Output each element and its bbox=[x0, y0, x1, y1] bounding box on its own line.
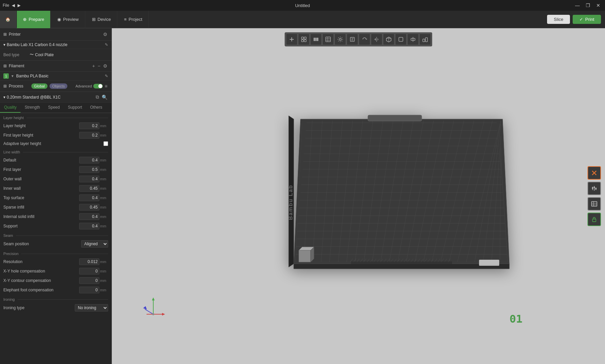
vp-adjust-button[interactable] bbox=[587, 182, 601, 195]
sparse-infill-input[interactable] bbox=[79, 204, 99, 211]
vp-lock-button[interactable] bbox=[587, 213, 601, 226]
elephant-input[interactable] bbox=[79, 287, 99, 293]
first-layer-height-row: First layer height mm bbox=[0, 131, 112, 140]
qtab-speed[interactable]: Speed bbox=[44, 103, 64, 113]
maximize-button[interactable]: ❐ bbox=[584, 2, 592, 9]
svg-rect-125 bbox=[592, 202, 597, 206]
tab-objects[interactable]: Objects bbox=[50, 83, 67, 89]
svg-rect-22 bbox=[423, 39, 425, 42]
3d-viewport: Bambu Lab bbox=[112, 28, 605, 364]
tab-prepare[interactable]: ⊕ Prepare bbox=[17, 11, 51, 28]
vp-arrange-button[interactable] bbox=[419, 34, 431, 45]
xy-contour-input[interactable] bbox=[79, 277, 99, 284]
resolution-row: Resolution mm bbox=[0, 257, 112, 266]
printer-edit-icon[interactable]: ✎ bbox=[105, 42, 108, 47]
outer-wall-unit: mm bbox=[100, 177, 108, 181]
vp-clear-button[interactable] bbox=[587, 166, 601, 180]
tab-project[interactable]: ≡ Project bbox=[118, 11, 149, 28]
vp-settings-button[interactable] bbox=[335, 34, 346, 45]
internal-solid-input[interactable] bbox=[79, 213, 99, 220]
printer-label: Printer bbox=[9, 32, 21, 37]
preset-search-button[interactable]: 🔍 bbox=[101, 94, 108, 101]
vp-mirror-button[interactable] bbox=[371, 34, 382, 45]
printer-section-title: ⊞ Printer bbox=[3, 32, 21, 37]
first-layer-width-input[interactable] bbox=[79, 166, 99, 173]
filament-settings-button[interactable]: ⚙ bbox=[102, 63, 108, 69]
process-grid-icon: ⊞ bbox=[3, 84, 7, 88]
print-button[interactable]: ✓ Print bbox=[573, 15, 601, 24]
top-surface-input[interactable] bbox=[79, 194, 99, 201]
default-width-input[interactable] bbox=[79, 157, 99, 163]
vp-grid-button[interactable] bbox=[298, 34, 310, 45]
bed-type-icon: 〜 bbox=[30, 52, 34, 58]
minimize-button[interactable]: — bbox=[573, 2, 582, 9]
tab-device[interactable]: ⊞ Device bbox=[86, 11, 118, 28]
preset-name[interactable]: ▾ 0.20mm Standard @BBL X1C bbox=[3, 95, 61, 100]
bed-type-row: Bed type 〜 Cool Plate bbox=[0, 49, 112, 61]
advanced-toggle-switch[interactable] bbox=[93, 84, 103, 88]
toolbar-right: Slice ✓ Print bbox=[547, 15, 605, 24]
preset-name-text: 0.20mm Standard @BBL X1C bbox=[7, 95, 61, 100]
back-icon[interactable]: ◀ bbox=[12, 3, 15, 8]
vp-table-button[interactable] bbox=[322, 34, 334, 45]
svg-rect-73 bbox=[368, 115, 422, 121]
preset-copy-button[interactable]: ⧉ bbox=[95, 94, 100, 101]
close-button[interactable]: ✕ bbox=[594, 2, 602, 9]
vp-table-side-button[interactable] bbox=[587, 197, 601, 211]
process-list-icon[interactable]: ≡ bbox=[104, 83, 108, 89]
resolution-input[interactable] bbox=[79, 258, 99, 265]
qtab-others[interactable]: Others bbox=[86, 103, 106, 113]
filament-remove-button[interactable]: − bbox=[97, 63, 101, 69]
filament-grid-icon: ⊞ bbox=[3, 64, 7, 68]
adaptive-layer-checkbox[interactable] bbox=[103, 141, 108, 146]
slice-button[interactable]: Slice bbox=[547, 15, 570, 24]
inner-wall-input[interactable] bbox=[79, 185, 99, 192]
layer-height-input[interactable] bbox=[79, 122, 99, 129]
vp-columns-button[interactable] bbox=[310, 34, 322, 45]
svg-point-13 bbox=[339, 38, 341, 40]
qtab-support[interactable]: Support bbox=[64, 103, 86, 113]
vp-cut-button[interactable] bbox=[407, 34, 419, 45]
ironing-group: Ironing bbox=[0, 295, 112, 303]
xy-contour-unit: mm bbox=[100, 279, 108, 283]
home-button[interactable]: 🏠 bbox=[0, 11, 16, 28]
support-width-row: Support mm bbox=[0, 221, 112, 231]
xy-hole-input[interactable] bbox=[79, 268, 99, 275]
layer-height-row: Layer height mm bbox=[0, 121, 112, 131]
qtab-quality[interactable]: Quality bbox=[0, 103, 21, 113]
support-width-input[interactable] bbox=[79, 223, 99, 229]
vp-face-button[interactable] bbox=[395, 34, 407, 45]
tab-global[interactable]: Global bbox=[31, 83, 47, 89]
filament-add-button[interactable]: + bbox=[92, 63, 96, 69]
vp-cube-button[interactable] bbox=[383, 34, 394, 45]
bed-type-value[interactable]: 〜 Cool Plate bbox=[30, 52, 54, 58]
outer-wall-input[interactable] bbox=[79, 176, 99, 182]
precision-group-label: Precision bbox=[3, 252, 19, 256]
filament-section-header: ⊞ Filament + − ⚙ bbox=[0, 61, 112, 72]
first-layer-height-input[interactable] bbox=[79, 132, 99, 139]
filament-chevron: ▾ bbox=[11, 74, 13, 78]
vp-resize-button[interactable] bbox=[347, 34, 358, 45]
svg-point-124 bbox=[595, 188, 597, 189]
advanced-label: Advanced bbox=[75, 84, 92, 88]
line-width-group: Line width bbox=[0, 147, 112, 155]
filament-label: Filament bbox=[9, 64, 24, 68]
top-surface-label: Top surface bbox=[3, 195, 79, 200]
process-label: Process bbox=[9, 84, 23, 88]
vp-add-button[interactable] bbox=[286, 34, 297, 45]
main-toolbar: 🏠 ⊕ Prepare ◉ Preview ⊞ Device ≡ Project… bbox=[0, 11, 605, 28]
forward-icon[interactable]: ▶ bbox=[18, 3, 21, 8]
tab-preview[interactable]: ◉ Preview bbox=[51, 11, 85, 28]
svg-marker-111 bbox=[152, 297, 155, 300]
file-menu[interactable]: File bbox=[3, 3, 9, 8]
filament-edit-icon[interactable]: ✎ bbox=[105, 74, 108, 78]
printer-settings-button[interactable]: ⚙ bbox=[102, 31, 108, 38]
ironing-type-select[interactable]: No ironing Top surfaces All solid bbox=[75, 304, 108, 312]
window-controls: — ❐ ✕ bbox=[573, 2, 602, 9]
vp-rotate-button[interactable] bbox=[359, 34, 370, 45]
internal-solid-row: Internal solid infill mm bbox=[0, 212, 112, 221]
seam-position-select[interactable]: Aligned Random Rear bbox=[81, 240, 108, 248]
qtab-strength[interactable]: Strength bbox=[21, 103, 44, 113]
3d-bed: Bambu Lab bbox=[267, 75, 523, 277]
seam-position-row: Seam position Aligned Random Rear bbox=[0, 239, 112, 249]
